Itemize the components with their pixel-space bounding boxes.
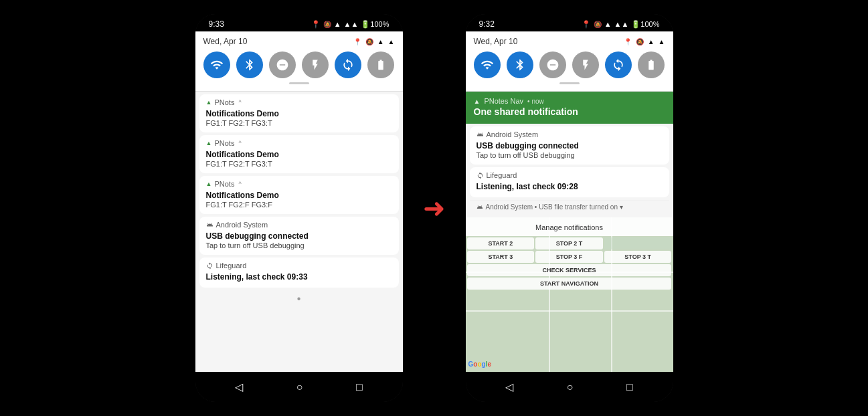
right-notif-lifeguard-title: Listening, last check 09:28: [476, 182, 663, 191]
right-notif-usb[interactable]: Android System USB debugging connected T…: [470, 126, 669, 165]
notif-3-header: ▲ PNots ^: [199, 176, 399, 189]
signal-icon-header: ▲: [388, 38, 395, 45]
right-location-icon: 📍: [582, 20, 591, 29]
lifeguard-icon-right: [476, 172, 484, 179]
right-qs-sync-tile[interactable]: [605, 51, 632, 78]
notif-1-title: Notifications Demo: [206, 109, 392, 118]
wifi-icon-header: ▲: [377, 38, 384, 45]
right-usb-footer[interactable]: Android System • USB file transfer turne…: [470, 200, 669, 215]
stop2t-btn[interactable]: STOP 2 T: [535, 237, 603, 249]
right-notif-usb-title: USB debugging connected: [476, 141, 663, 150]
left-qs-header: Wed, Apr 10 📍 🔕 ▲ ▲: [203, 37, 395, 46]
manage-notif-label: Manage notifications: [535, 223, 603, 231]
right-qs-tiles[interactable]: [474, 51, 665, 78]
right-notif-usb-app: Android System: [487, 130, 539, 138]
left-dot: •: [199, 290, 399, 308]
right-map-area: Manage notifications START 2 STOP 2 T ST…: [466, 217, 673, 372]
check-services-btn[interactable]: CHECK SERVICES: [467, 264, 672, 276]
left-bottom-nav: ◁ ○ □: [195, 372, 403, 402]
right-qs-flashlight-tile[interactable]: [572, 51, 599, 78]
right-status-bar: 9:32 📍 🔕 ▲ ▲▲ 🔋100%: [466, 14, 673, 31]
notif-1-header: ▲ PNots ^: [199, 94, 399, 108]
qs-dnd-tile[interactable]: [269, 51, 296, 78]
map-buttons-grid: START 2 STOP 2 T START 3 STOP 3 F STOP 3…: [466, 236, 673, 291]
left-notif-4[interactable]: Android System USB debugging connected T…: [199, 217, 399, 255]
notif-3-app: PNots: [214, 180, 234, 188]
signal-icon: ▲▲: [344, 20, 359, 28]
green-notif-title: One shared notification: [474, 106, 665, 117]
left-notif-1[interactable]: ▲ PNots ^ Notifications Demo FG1:T FG2:T…: [199, 94, 399, 132]
left-battery: 🔋100%: [361, 20, 389, 29]
left-time: 9:33: [209, 19, 224, 29]
transition-arrow: ➜: [423, 195, 446, 221]
right-qs-header: Wed, Apr 10 📍 🔕 ▲ ▲: [474, 37, 665, 46]
qs-bluetooth-tile[interactable]: [236, 51, 263, 78]
notif-2-chevron: ^: [238, 140, 241, 146]
left-date: Wed, Apr 10: [203, 37, 248, 46]
right-qs-bluetooth-tile[interactable]: [507, 51, 533, 78]
right-recents-btn[interactable]: □: [626, 381, 633, 393]
notif-3-body: Notifications Demo FG1:T FG2:F FG3:F: [199, 189, 399, 214]
start-navigation-btn[interactable]: START NAVIGATION: [467, 278, 672, 290]
notif-4-app: Android System: [216, 221, 268, 229]
right-time: 9:32: [479, 19, 495, 29]
stop3f-btn[interactable]: STOP 3 F: [535, 251, 603, 263]
right-battery: 🔋100%: [631, 20, 659, 29]
right-home-btn[interactable]: ○: [567, 381, 574, 393]
qs-wifi-tile[interactable]: [203, 51, 230, 78]
stop3t-btn[interactable]: STOP 3 T: [604, 251, 672, 263]
green-notif-header: ▲ PNotes Nav • now: [474, 97, 665, 105]
right-qs-handle: [559, 82, 580, 84]
left-notif-3[interactable]: ▲ PNots ^ Notifications Demo FG1:T FG2:F…: [199, 176, 399, 214]
notif-4-body: USB debugging connected Tap to turn off …: [199, 230, 399, 255]
left-notifications-list: ▲ PNots ^ Notifications Demo FG1:T FG2:T…: [195, 92, 403, 372]
left-notif-5[interactable]: Lifeguard Listening, last check 09:33: [199, 257, 399, 288]
left-back-btn[interactable]: ◁: [235, 381, 243, 393]
right-bottom-nav: ◁ ○ □: [466, 372, 673, 402]
left-phone: 9:33 📍 🔕 ▲ ▲▲ 🔋100% Wed, Apr 10 📍 🔕: [195, 14, 403, 402]
notif-5-header: Lifeguard: [199, 257, 399, 271]
notif-2-header: ▲ PNots ^: [199, 135, 399, 148]
right-wifi-icon: ▲: [604, 20, 612, 28]
android-icon-left: [206, 221, 213, 229]
google-logo: Google: [468, 357, 491, 369]
right-qs-battery-tile[interactable]: [638, 51, 665, 78]
notif-1-app: PNots: [214, 98, 234, 106]
left-qs-tiles[interactable]: [203, 51, 395, 78]
right-notif-lifeguard[interactable]: Lifeguard Listening, last check 09:28: [470, 167, 669, 197]
right-notification-panel: Wed, Apr 10 📍 🔕 ▲ ▲: [466, 31, 673, 372]
right-signal-icon: ▲▲: [614, 20, 629, 28]
pnots-nav-icon-3: ▲: [206, 181, 212, 187]
notif-2-body: Notifications Demo FG1:T FG2:T FG3:T: [199, 148, 399, 173]
right-green-notification[interactable]: ▲ PNotes Nav • now One shared notificati…: [466, 92, 673, 124]
bell-off-icon: 🔕: [365, 38, 373, 45]
qs-flashlight-tile[interactable]: [302, 51, 329, 78]
manage-notifications-btn[interactable]: Manage notifications: [466, 217, 673, 236]
left-recents-btn[interactable]: □: [356, 381, 363, 393]
qs-sync-tile[interactable]: [335, 51, 361, 78]
left-home-btn[interactable]: ○: [296, 381, 303, 393]
qs-battery-tile[interactable]: [367, 51, 394, 78]
arrow-container: ➜: [423, 195, 446, 221]
right-qs-dnd-tile[interactable]: [539, 51, 566, 78]
start3-btn[interactable]: START 3: [467, 251, 535, 263]
right-notif-lifeguard-app: Lifeguard: [487, 171, 517, 179]
notif-2-app: PNots: [214, 139, 234, 147]
right-notif-lifeguard-header: Lifeguard: [470, 167, 669, 181]
left-notif-2[interactable]: ▲ PNots ^ Notifications Demo FG1:T FG2:T…: [199, 135, 399, 173]
notif-3-text: FG1:T FG2:F FG3:F: [206, 201, 392, 209]
pnotes-nav-icon: ▲: [474, 98, 481, 105]
right-wifi-icon-header: ▲: [648, 38, 655, 45]
right-status-icons: 📍 🔕 ▲ ▲▲ 🔋100%: [582, 20, 660, 29]
right-back-btn[interactable]: ◁: [505, 381, 513, 393]
right-bell-off-icon: 🔕: [636, 38, 644, 45]
right-qs-wifi-tile[interactable]: [474, 51, 501, 78]
lifeguard-icon-left: [206, 262, 213, 270]
right-date: Wed, Apr 10: [474, 37, 518, 46]
start2-btn[interactable]: START 2: [467, 237, 535, 249]
left-qs-handle: [289, 82, 309, 84]
android-icon-right: [476, 131, 484, 138]
pnots-nav-icon-2: ▲: [206, 140, 212, 146]
notif-2-title: Notifications Demo: [206, 150, 392, 159]
right-header-icons: 📍 🔕 ▲ ▲: [624, 38, 665, 45]
